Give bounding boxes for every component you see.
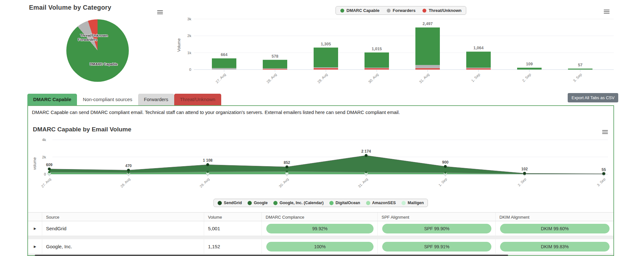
data-point bbox=[523, 172, 526, 175]
legend-dot-icon bbox=[340, 9, 344, 13]
svg-text:1,305: 1,305 bbox=[321, 42, 331, 46]
legend-item[interactable]: Google bbox=[248, 201, 268, 205]
svg-text:2. Sep: 2. Sep bbox=[517, 177, 527, 187]
svg-text:4k: 4k bbox=[42, 138, 46, 142]
svg-text:27. Aug: 27. Aug bbox=[41, 177, 52, 188]
data-point bbox=[48, 171, 51, 173]
bar-segment bbox=[314, 68, 338, 70]
bar-segment bbox=[415, 68, 440, 70]
svg-text:102: 102 bbox=[521, 167, 528, 171]
data-point bbox=[127, 169, 130, 172]
bar-segment bbox=[466, 52, 491, 68]
source-cell: SendGrid bbox=[42, 221, 204, 236]
volume-cell: 5,001 bbox=[204, 221, 262, 236]
svg-text:1. Sep: 1. Sep bbox=[470, 72, 481, 83]
svg-text:1k: 1k bbox=[187, 51, 191, 55]
volume-cell: 1,152 bbox=[204, 239, 262, 254]
source-cell: Google, Inc. bbox=[42, 239, 204, 254]
svg-text:2,497: 2,497 bbox=[422, 22, 432, 26]
pie-chart-menu-icon[interactable] bbox=[157, 9, 163, 15]
svg-text:30. Aug: 30. Aug bbox=[367, 72, 379, 84]
svg-text:852: 852 bbox=[284, 160, 290, 165]
legend-label: Forwarders bbox=[393, 8, 416, 13]
table-header-cell: DMARC Compliance bbox=[262, 213, 378, 221]
bar-segment bbox=[365, 68, 389, 68]
area-chart-menu-icon[interactable] bbox=[602, 129, 608, 135]
row-expander-icon[interactable]: ▶ bbox=[28, 221, 42, 236]
legend-item[interactable]: Forwarders bbox=[387, 8, 416, 13]
data-point bbox=[48, 167, 51, 170]
area-series bbox=[49, 156, 604, 174]
bar-segment bbox=[314, 48, 338, 67]
pie-label-threat: Threat/Unknown bbox=[68, 33, 120, 37]
bar-segment bbox=[365, 68, 389, 70]
bar-segment bbox=[466, 68, 491, 70]
svg-text:109: 109 bbox=[526, 62, 533, 66]
dkim-alignment-pill-cell: DKIM 99.60% bbox=[496, 221, 613, 236]
bar-segment bbox=[365, 52, 389, 68]
data-point bbox=[128, 171, 130, 174]
legend-item[interactable]: DigitalOcean bbox=[329, 201, 360, 205]
panel-description: DMARC Capable can send DMARC compliant e… bbox=[32, 110, 400, 115]
legend-dot-icon bbox=[422, 9, 426, 13]
svg-text:0: 0 bbox=[189, 68, 191, 71]
tab-forwarders[interactable]: Forwarders bbox=[138, 94, 174, 105]
svg-text:volume: volume bbox=[33, 157, 37, 170]
table-header-cell: Source bbox=[42, 213, 204, 221]
svg-text:2 174: 2 174 bbox=[361, 149, 371, 154]
legend-dot-icon bbox=[387, 9, 391, 13]
svg-text:470: 470 bbox=[125, 164, 132, 168]
dmarc-dashboard: Email Volume by Category Threat/Unknown … bbox=[0, 0, 644, 256]
horizontal-scrollbar[interactable] bbox=[35, 255, 508, 256]
spf-alignment-pill: SPF 99.91% bbox=[382, 242, 491, 251]
spf-alignment-pill-cell: SPF 99.91% bbox=[378, 239, 496, 254]
export-all-tabs-csv-button[interactable]: Export All Tabs as CSV bbox=[568, 93, 618, 102]
svg-text:31. Aug: 31. Aug bbox=[418, 72, 430, 84]
legend-label: Threat/Unknown bbox=[429, 8, 461, 13]
legend-item[interactable]: Threat/Unknown bbox=[422, 8, 461, 13]
bar-segment bbox=[415, 27, 440, 65]
svg-text:Volume: Volume bbox=[177, 38, 181, 52]
svg-text:3. Sep: 3. Sep bbox=[572, 72, 582, 83]
svg-text:1,064: 1,064 bbox=[473, 46, 483, 50]
bar-segment bbox=[568, 69, 592, 70]
svg-text:29. Aug: 29. Aug bbox=[317, 72, 328, 84]
legend-item[interactable]: AmazonSES bbox=[366, 201, 396, 205]
data-point bbox=[286, 170, 288, 173]
bar-segment bbox=[263, 60, 287, 69]
tab-non-compliant-sources[interactable]: Non-compliant sources bbox=[77, 94, 138, 105]
table-row: ▶Google, Inc.1,152100%SPF 99.91%DKIM 99.… bbox=[28, 239, 613, 254]
legend-dot-icon bbox=[218, 201, 222, 205]
legend-item[interactable]: DMARC Capable bbox=[340, 8, 380, 13]
bar-segment bbox=[263, 68, 287, 69]
svg-text:27. Aug: 27. Aug bbox=[215, 72, 226, 84]
bar-segment bbox=[314, 67, 338, 68]
row-expander-icon[interactable]: ▶ bbox=[28, 239, 42, 254]
dmarc-compliance-pill: 100% bbox=[266, 242, 374, 251]
tab-dmarc-capable[interactable]: DMARC Capable bbox=[27, 94, 77, 105]
svg-text:57: 57 bbox=[578, 63, 582, 67]
svg-text:664: 664 bbox=[221, 52, 228, 57]
bar-segment bbox=[212, 58, 236, 68]
data-point bbox=[444, 165, 447, 168]
data-point bbox=[365, 171, 367, 173]
bar-chart-legend: DMARC CapableForwardersThreat/Unknown bbox=[336, 6, 466, 15]
svg-text:900: 900 bbox=[442, 160, 449, 165]
svg-text:2. Sep: 2. Sep bbox=[521, 72, 532, 83]
legend-item[interactable]: Mailigen bbox=[402, 201, 424, 205]
table-row: ▶SendGrid5,00199.92%SPF 99.90%DKIM 99.60… bbox=[28, 221, 613, 236]
bar-chart-menu-icon[interactable] bbox=[604, 9, 610, 14]
data-point bbox=[286, 166, 289, 168]
dkim-alignment-pill: DKIM 99.83% bbox=[500, 242, 610, 251]
svg-text:578: 578 bbox=[272, 54, 279, 59]
tab-threat-unknown[interactable]: Threat/Unknown bbox=[174, 94, 221, 105]
legend-item[interactable]: SendGrid bbox=[218, 201, 242, 205]
bar-segment bbox=[466, 68, 491, 68]
bar-segment bbox=[212, 68, 236, 70]
data-point bbox=[207, 171, 209, 173]
svg-text:609: 609 bbox=[46, 163, 52, 167]
legend-item[interactable]: Google, Inc. (Calendar) bbox=[273, 201, 324, 205]
legend-dot-icon bbox=[402, 201, 406, 205]
table-header-spacer bbox=[28, 213, 42, 221]
dmarc-compliance-pill-cell: 100% bbox=[262, 239, 378, 254]
